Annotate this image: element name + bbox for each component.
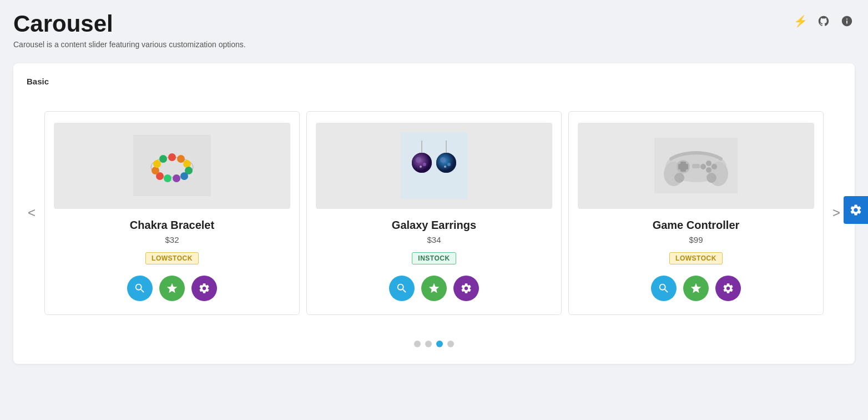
svg-point-35	[706, 167, 711, 173]
svg-point-33	[706, 161, 711, 166]
product-card-chakra-bracelet: Chakra Bracelet $32 LOWSTOCK	[44, 111, 300, 315]
page-title: Carousel	[13, 11, 855, 37]
product-name-earrings: Galaxy Earrings	[392, 219, 476, 232]
svg-point-12	[159, 155, 167, 163]
dot-1[interactable]	[425, 341, 432, 347]
carousel-next-button[interactable]: >	[827, 96, 846, 329]
carousel-prev-button[interactable]: <	[22, 96, 41, 329]
dot-0[interactable]	[414, 341, 421, 347]
dot-2[interactable]	[436, 341, 443, 347]
product-badge-controller: LOWSTOCK	[669, 252, 723, 264]
svg-point-38	[674, 173, 684, 183]
settings-button-earrings[interactable]	[453, 276, 479, 301]
svg-point-22	[436, 153, 456, 173]
svg-point-17	[416, 157, 421, 163]
svg-point-8	[164, 174, 171, 182]
svg-point-18	[423, 163, 426, 166]
product-actions-controller	[651, 276, 741, 301]
card-panel: Basic <	[13, 63, 855, 364]
product-image-game-controller	[578, 123, 814, 209]
header-icons: ⚡	[793, 13, 855, 29]
svg-point-36	[700, 164, 706, 169]
search-button-chakra[interactable]	[127, 276, 153, 301]
svg-point-10	[152, 167, 159, 174]
search-button-earrings[interactable]	[389, 276, 415, 301]
svg-point-2	[168, 153, 176, 161]
page-subtitle: Carousel is a content slider featuring v…	[13, 40, 855, 49]
svg-point-7	[173, 174, 180, 182]
github-icon[interactable]	[816, 13, 831, 29]
svg-rect-13	[401, 132, 467, 199]
product-actions-earrings	[389, 276, 479, 301]
product-card-game-controller: Game Controller $99 LOWSTOCK	[568, 111, 824, 315]
info-icon[interactable]	[839, 13, 855, 29]
product-actions-chakra	[127, 276, 217, 301]
product-image-galaxy-earrings	[316, 123, 552, 209]
carousel-wrapper: <	[22, 96, 846, 329]
settings-button-chakra[interactable]	[191, 276, 217, 301]
product-name-controller: Game Controller	[653, 219, 740, 232]
product-price-controller: $99	[689, 235, 703, 244]
product-price-earrings: $34	[427, 235, 441, 244]
section-label: Basic	[22, 77, 846, 86]
product-image-chakra-bracelet	[54, 123, 290, 209]
svg-point-23	[440, 157, 446, 163]
carousel-track: Chakra Bracelet $32 LOWSTOCK	[41, 111, 827, 315]
svg-rect-0	[133, 135, 211, 196]
svg-point-19	[420, 166, 422, 168]
svg-point-39	[706, 173, 716, 183]
product-card-galaxy-earrings: Galaxy Earrings $34 INSTOCK	[306, 111, 562, 315]
favorite-button-earrings[interactable]	[421, 276, 447, 301]
svg-point-3	[177, 155, 185, 163]
favorite-button-controller[interactable]	[683, 276, 709, 301]
product-name-chakra: Chakra Bracelet	[130, 219, 214, 232]
carousel-dots	[22, 341, 846, 347]
product-badge-chakra: LOWSTOCK	[145, 252, 199, 264]
svg-point-25	[444, 166, 446, 168]
product-badge-earrings: INSTOCK	[412, 252, 456, 264]
svg-point-16	[412, 153, 432, 173]
svg-point-24	[447, 163, 451, 166]
svg-point-34	[711, 164, 717, 169]
dot-3[interactable]	[447, 341, 454, 347]
svg-point-11	[153, 160, 161, 168]
page-header: Carousel Carousel is a content slider fe…	[0, 0, 868, 54]
svg-rect-37	[692, 164, 700, 168]
product-price-chakra: $32	[165, 235, 179, 244]
lightning-icon[interactable]: ⚡	[793, 13, 808, 29]
svg-rect-32	[678, 164, 688, 169]
settings-button-controller[interactable]	[715, 276, 741, 301]
search-button-controller[interactable]	[651, 276, 677, 301]
favorite-button-chakra[interactable]	[159, 276, 185, 301]
svg-point-6	[180, 172, 188, 180]
svg-point-4	[183, 160, 191, 168]
settings-sidebar-button[interactable]	[844, 196, 868, 224]
